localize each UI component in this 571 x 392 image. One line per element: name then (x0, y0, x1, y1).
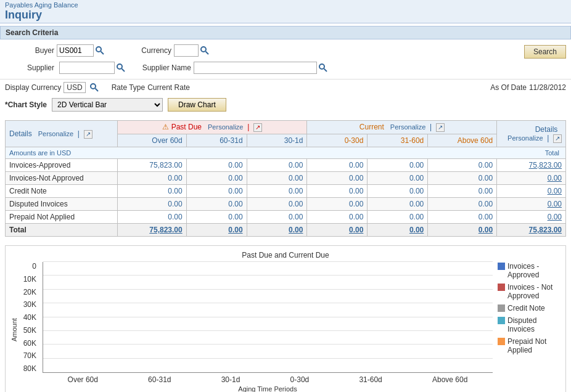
cell-above60: 0.00 (428, 159, 497, 172)
amount-link[interactable]: 0.00 (289, 226, 303, 234)
past-due-header: Past Due (171, 123, 202, 131)
cell-d6031: 0.00 (186, 198, 247, 211)
cell-over60: 0.00 (117, 172, 186, 185)
details-header: Details (9, 129, 32, 138)
amount-link[interactable]: 0.00 (548, 200, 562, 208)
cell-d030: 0.00 (307, 172, 368, 185)
legend-label-disputed: Disputed Invoices (507, 316, 561, 333)
draw-chart-button[interactable]: Draw Chart (168, 98, 226, 112)
display-currency-icon[interactable] (89, 83, 99, 92)
cell-d301: 0.00 (247, 198, 307, 211)
supplier-input[interactable] (59, 62, 115, 74)
details-expand-icon[interactable]: ↗ (84, 130, 92, 139)
chart-style-select[interactable]: 2D Vertical Bar (52, 98, 163, 112)
amount-link[interactable]: 0.00 (349, 226, 363, 234)
buyer-row: Buyer (5, 44, 105, 57)
svg-line-7 (324, 69, 327, 72)
display-currency-label: Display Currency (5, 83, 61, 92)
currency-label: Currency (134, 46, 171, 55)
amount-link[interactable]: 0.00 (548, 213, 562, 221)
legend-item-notapproved: Invoices - Not Approved (498, 283, 561, 300)
chart-legend: Invoices - Approved Invoices - Not Appro… (493, 262, 561, 392)
legend-label-notapproved: Invoices - Not Approved (507, 283, 561, 300)
chart-style-row: *Chart Style 2D Vertical Bar Draw Chart (0, 96, 571, 114)
bar-chart: 80K 70K 60K 50K 40K 30K 20K 10K 0 (19, 262, 493, 392)
amount-link[interactable]: 75,823.00 (529, 226, 562, 234)
bars-row (43, 262, 493, 372)
total-personalize-link[interactable]: Personalize (507, 134, 543, 142)
cell-d3160: 0.00 (368, 185, 428, 198)
cell-above60: 0.00 (428, 224, 497, 237)
past-due-expand-icon[interactable]: ↗ (253, 123, 262, 132)
currency-search-icon[interactable] (200, 46, 210, 55)
legend-item-disputed: Disputed Invoices (498, 316, 561, 333)
legend-item-prepaid: Prepaid Not Applied (498, 337, 561, 354)
cell-above60: 0.00 (428, 211, 497, 224)
legend-label-approved: Invoices - Approved (507, 262, 561, 279)
cell-d030: 0.00 (307, 224, 368, 237)
amount-link[interactable]: 0.00 (548, 187, 562, 195)
page-header: Payables Aging Balance Inquiry (0, 0, 571, 23)
amount-link[interactable]: 75,823.00 (149, 226, 182, 234)
currency-input[interactable] (174, 44, 199, 57)
amount-link[interactable]: 0.00 (548, 174, 562, 182)
supplier-search-icon[interactable] (116, 63, 126, 73)
cell-total: 0.00 (497, 211, 566, 224)
current-personalize-link[interactable]: Personalize (390, 123, 425, 131)
y-axis-label: Amount (10, 262, 18, 392)
amount-link[interactable]: 75,823.00 (529, 161, 562, 169)
cell-d301: 0.00 (247, 211, 307, 224)
legend-item-approved: Invoices - Approved (498, 262, 561, 279)
cell-total: 0.00 (497, 185, 566, 198)
legend-label-credit: Credit Note (507, 304, 545, 312)
svg-line-1 (101, 52, 104, 55)
cell-d030: 0.00 (307, 198, 368, 211)
buyer-input[interactable] (57, 44, 94, 57)
supplier-name-input[interactable] (194, 62, 317, 74)
current-expand-icon[interactable]: ↗ (436, 123, 445, 132)
chart-plot (43, 262, 493, 373)
as-of-date-label: As Of Date (490, 83, 527, 92)
svg-point-0 (96, 47, 101, 52)
amount-link[interactable]: 0.00 (409, 226, 424, 234)
x-axis-title: Aging Time Periods (43, 385, 493, 392)
cell-d301: 0.00 (247, 172, 307, 185)
total-expand-icon[interactable]: ↗ (553, 134, 562, 143)
cell-d3160: 0.00 (368, 211, 428, 224)
legend-item-credit: Credit Note (498, 304, 561, 312)
cell-total: 75,823.00 (497, 224, 566, 237)
buyer-search-icon[interactable] (95, 46, 105, 55)
details-right-label: Details (535, 125, 558, 134)
past-due-personalize-link[interactable]: Personalize (208, 123, 243, 131)
cell-d6031: 0.00 (186, 211, 247, 224)
cell-d301: 0.00 (247, 159, 307, 172)
supplier-name-label: Supplier Name (136, 63, 191, 72)
row-label: Prepaid Not Applied (6, 211, 118, 224)
amount-link[interactable]: 0.00 (479, 226, 493, 234)
svg-line-3 (206, 52, 209, 55)
rate-type-label: Rate Type (112, 83, 145, 92)
row-label: Invoices-Not Approved (6, 172, 118, 185)
cell-total: 0.00 (497, 172, 566, 185)
supplier-name-search-icon[interactable] (318, 63, 328, 73)
legend-color-credit (498, 304, 505, 312)
cell-above60: 0.00 (428, 172, 497, 185)
cell-d030: 0.00 (307, 185, 368, 198)
y-axis-labels: 80K 70K 60K 50K 40K 30K 20K 10K 0 (19, 262, 39, 373)
row-label: Disputed Invoices (6, 198, 118, 211)
search-button[interactable]: Search (524, 45, 566, 59)
svg-line-9 (95, 89, 98, 92)
amount-link[interactable]: 0.00 (228, 226, 242, 234)
cell-d301: 0.00 (247, 224, 307, 237)
cell-d6031: 0.00 (186, 224, 247, 237)
x-axis-labels: Over 60d 60-31d 30-1d 0-30d 31-60d Above… (43, 375, 493, 384)
supplier-name-row: Supplier Name (136, 62, 328, 74)
search-criteria-section: Buyer Currency Search Supplier (0, 42, 571, 79)
details-personalize-link[interactable]: Personalize (38, 130, 73, 137)
cell-d301: 0.00 (247, 185, 307, 198)
svg-point-4 (117, 64, 122, 69)
buyer-label: Buyer (5, 46, 54, 55)
row-label: Credit Note (6, 185, 118, 198)
amounts-note: Amounts are in USD (9, 149, 71, 157)
row-label: Total (6, 224, 118, 237)
